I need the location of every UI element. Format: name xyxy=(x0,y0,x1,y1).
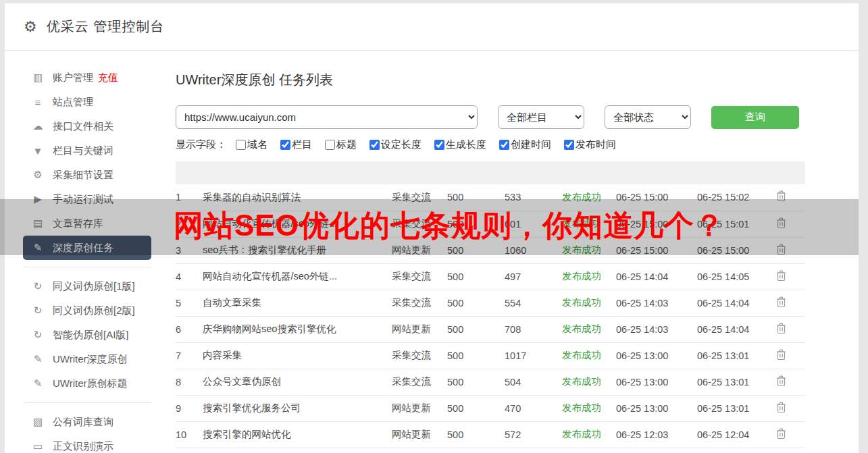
edit-icon: ✎ xyxy=(30,353,45,365)
field-checkbox[interactable]: 域名 xyxy=(236,138,267,151)
gear-icon: ⚙ xyxy=(24,18,37,36)
cell-gen-length: 533 xyxy=(505,184,562,211)
cell-actions xyxy=(775,342,805,369)
sidebar-item-label: 正文识别演示 xyxy=(53,440,113,453)
sidebar-item-label: 文章暂存库 xyxy=(53,217,103,230)
sidebar-item[interactable]: ▼ 栏目与关键词 xyxy=(23,138,151,163)
edit-icon: ✎ xyxy=(30,377,45,390)
delete-task-button[interactable] xyxy=(775,321,788,338)
refresh-icon: ↻ xyxy=(30,280,45,292)
search-button[interactable]: 查询 xyxy=(711,106,799,129)
field-checkbox-input[interactable] xyxy=(369,140,380,150)
field-checkbox-label: 生成长度 xyxy=(446,138,486,151)
sidebar-item[interactable]: ▧ 公有词库查询 xyxy=(23,410,151,434)
field-checkbox-input[interactable] xyxy=(564,140,574,150)
cell-created-time: 06-25 14:04 xyxy=(616,263,697,290)
cell-gen-length: 554 xyxy=(505,290,562,316)
cell-gen-length: 601 xyxy=(505,211,562,237)
sidebar-item[interactable]: ⚙ 采集细节设置 xyxy=(23,163,151,187)
cell-column: 网站更新 xyxy=(392,316,447,342)
cell-published-time: 06-25 13:01 xyxy=(697,369,775,395)
sidebar-item[interactable]: ✎ UWriter原创标题 xyxy=(23,371,151,396)
sidebar-item[interactable]: ▥ 账户管理 充值 xyxy=(23,65,151,90)
cell-status: 发布成功 xyxy=(562,395,616,421)
field-checkbox[interactable]: 生成长度 xyxy=(434,138,486,151)
cell-keyword: 采集器的自动识别算法 xyxy=(203,184,392,211)
sidebar-item[interactable]: ▭ 正文识别演示 xyxy=(23,434,151,453)
field-checkbox-input[interactable] xyxy=(434,140,444,150)
cell-created-time: 06-25 12:03 xyxy=(616,421,697,448)
column-header xyxy=(775,161,805,184)
cell-index: 5 xyxy=(176,290,203,316)
cell-created-time: 06-25 13:00 xyxy=(616,342,697,369)
cell-actions xyxy=(775,263,805,290)
field-checkbox-input[interactable] xyxy=(236,140,246,150)
sidebar-item[interactable]: ↻ 同义词伪原创[1版] xyxy=(23,274,151,298)
cell-gen-length: 572 xyxy=(505,421,562,448)
cell-index: 6 xyxy=(176,316,203,342)
field-checkbox-label: 栏目 xyxy=(292,138,312,151)
sidebar-item-label: 同义词伪原创[2版] xyxy=(53,304,135,317)
cell-set-length: 500 xyxy=(447,237,505,263)
delete-task-button[interactable] xyxy=(775,348,788,364)
field-checkbox-label: 创建时间 xyxy=(511,138,551,151)
cell-actions xyxy=(775,211,805,237)
field-checkbox[interactable]: 创建时间 xyxy=(499,138,551,151)
sidebar-item[interactable]: ✎ UWriter深度原创 xyxy=(23,347,151,371)
field-checkbox[interactable]: 发布时间 xyxy=(564,138,616,151)
delete-task-button[interactable] xyxy=(775,374,788,390)
delete-task-button[interactable] xyxy=(775,427,788,443)
cell-status: 发布成功 xyxy=(562,290,616,316)
delete-task-button[interactable] xyxy=(775,189,788,205)
field-checkbox[interactable]: 标题 xyxy=(325,138,357,151)
sidebar-item[interactable]: ☁ 接口文件相关 xyxy=(23,114,151,138)
recharge-link[interactable]: 充值 xyxy=(98,72,118,84)
cell-keyword: 搜索引擎的网站优化 xyxy=(203,421,392,448)
sidebar-item[interactable]: ▤ 文章暂存库 xyxy=(23,211,151,236)
cell-published-time: 06-25 12:04 xyxy=(697,421,775,448)
delete-task-button[interactable] xyxy=(775,242,788,259)
delete-task-button[interactable] xyxy=(775,295,788,311)
cell-keyword: 自动文章采集 xyxy=(203,290,392,316)
cell-index: 1 xyxy=(176,184,203,211)
database-icon: ▤ xyxy=(30,217,45,230)
column-header xyxy=(203,161,392,184)
edit-icon: ✎ xyxy=(30,242,45,254)
cell-actions xyxy=(775,290,805,316)
sidebar-item[interactable]: ≡ 站点管理 xyxy=(23,90,151,114)
sidebar-item-label: 同义词伪原创[1版] xyxy=(53,280,135,293)
cell-status: 发布成功 xyxy=(562,237,616,263)
sidebar-item[interactable]: ↻ 同义词伪原创[2版] xyxy=(23,298,151,323)
server-icon: ≡ xyxy=(30,97,45,108)
delete-task-button[interactable] xyxy=(775,400,788,417)
status-filter-select[interactable]: 全部状态 xyxy=(605,105,691,129)
sidebar-item[interactable]: ▶ 手动运行测试 xyxy=(23,187,151,211)
delete-task-button[interactable] xyxy=(775,269,788,285)
site-select[interactable]: https://www.ucaiyun.com xyxy=(176,105,478,129)
table-row: 10 搜索引擎的网站优化 网站更新 500 572 发布成功 06-25 12:… xyxy=(176,421,805,448)
column-header xyxy=(447,161,505,184)
sidebar-item[interactable]: ↻ 智能伪原创[AI版] xyxy=(23,323,151,347)
sidebar-item[interactable]: ✎ 深度原创任务 xyxy=(23,236,151,260)
cell-index: 8 xyxy=(176,369,203,395)
cell-set-length: 500 xyxy=(447,263,505,290)
field-checkbox[interactable]: 栏目 xyxy=(280,138,312,151)
field-checkbox[interactable]: 设定长度 xyxy=(369,138,422,151)
field-checkbox-label: 标题 xyxy=(336,138,357,151)
page-title: UWriter深度原创 任务列表 xyxy=(176,71,859,89)
cell-set-length: 500 xyxy=(447,290,505,316)
display-fields-row: 显示字段： 域名 栏目 标题 设定长度 xyxy=(176,138,859,151)
table-row: 3 seo兵书：搜索引擎优化手册 网站更新 500 1060 发布成功 06-2… xyxy=(176,237,805,263)
field-checkbox-input[interactable] xyxy=(325,140,335,150)
cell-actions xyxy=(775,237,805,263)
field-checkbox-input[interactable] xyxy=(499,140,509,150)
book-icon: ▧ xyxy=(30,416,45,428)
delete-task-button[interactable] xyxy=(775,216,788,232)
cell-set-length: 500 xyxy=(447,369,505,395)
column-filter-select[interactable]: 全部栏目 xyxy=(498,105,584,129)
field-checkbox-input[interactable] xyxy=(280,140,290,150)
cell-status: 发布成功 xyxy=(562,369,616,395)
cell-gen-length: 1060 xyxy=(505,237,562,263)
table-row: 4 网站自动化宣传机器/seo外链... 采集交流 500 497 发布成功 0… xyxy=(176,263,805,290)
table-row: 6 庆华购物网站seo搜索引擎优化 网站更新 500 708 发布成功 06-2… xyxy=(176,316,805,342)
